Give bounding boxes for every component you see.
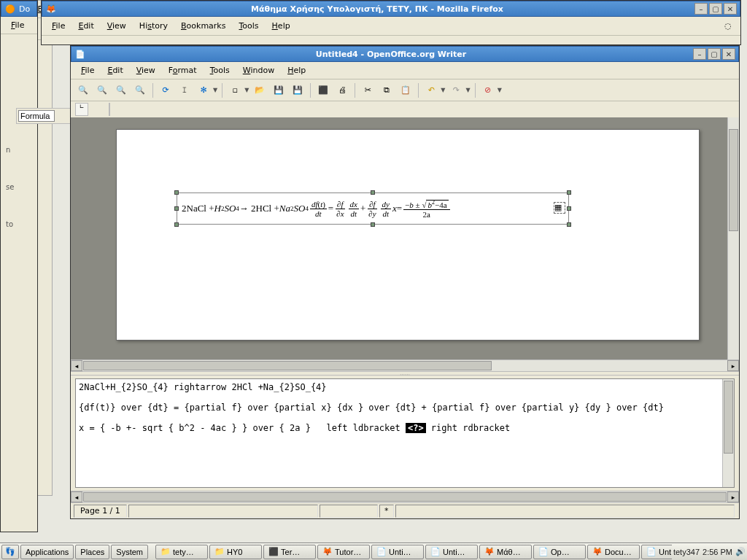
- menu-view[interactable]: View: [131, 63, 161, 77]
- status-page: Page 1 / 1: [74, 505, 127, 518]
- zoom-100-icon[interactable]: 🔍: [113, 82, 129, 98]
- formula-source-editor[interactable]: 2NaCl+H_{2}SO_{4} rightarrow 2HCl +Na_{2…: [75, 378, 735, 488]
- task-button[interactable]: 🦊Docu…: [587, 545, 640, 559]
- applications-menu[interactable]: Applications: [20, 545, 74, 559]
- calc-titlebar[interactable]: 🟠 Do: [1, 1, 37, 17]
- refresh-icon[interactable]: ⟳: [158, 82, 174, 98]
- print-icon[interactable]: 🖨: [334, 82, 350, 98]
- new-icon[interactable]: ▫: [227, 82, 243, 98]
- writer-icon: 📄: [74, 48, 86, 60]
- task-button[interactable]: 📄Op…: [533, 545, 586, 559]
- gnome-panel: 👣 Applications Places System 📁tety…📁HY0⬛…: [0, 542, 747, 560]
- open-icon[interactable]: 📂: [252, 82, 268, 98]
- status-style: [128, 505, 318, 518]
- task-button[interactable]: 📁tety…: [155, 545, 208, 559]
- splitter[interactable]: ⋯⋯: [71, 371, 739, 376]
- menu-file[interactable]: File: [5, 18, 30, 32]
- system-menu[interactable]: System: [111, 545, 148, 559]
- minimize-button[interactable]: –: [694, 3, 708, 15]
- zoom-out-icon[interactable]: 🔍: [94, 82, 110, 98]
- foot-menu-icon[interactable]: 👣: [1, 545, 19, 559]
- cursor-icon[interactable]: 𝙸: [177, 82, 193, 98]
- writer-menubar: File Edit View Format Tools Window Help: [71, 62, 739, 79]
- task-icon: 📄: [646, 547, 657, 556]
- calc-menubar: File: [1, 17, 37, 34]
- places-menu[interactable]: Places: [75, 545, 109, 559]
- scroll-right-icon[interactable]: ▸: [727, 360, 739, 371]
- task-icon: 📁: [160, 547, 171, 556]
- page[interactable]: 2NaCl + H2SO4 → 2HCl + Na2SO4 df(t)dt = …: [116, 129, 700, 341]
- row-label: se: [6, 183, 14, 191]
- menu-format[interactable]: Format: [163, 63, 203, 77]
- firefox-icon: 🦊: [45, 3, 57, 15]
- user-label[interactable]: tety347: [673, 548, 700, 556]
- zoom-fit-icon[interactable]: 🔍: [132, 82, 148, 98]
- task-icon: 📄: [430, 547, 441, 556]
- task-icon: ⬛: [268, 547, 279, 556]
- undo-icon[interactable]: ↶: [423, 82, 439, 98]
- menu-file[interactable]: File: [46, 19, 71, 33]
- menu-edit[interactable]: Edit: [72, 19, 99, 33]
- close-button[interactable]: ✕: [724, 3, 737, 15]
- horizontal-scrollbar[interactable]: ◂ ▸: [71, 359, 739, 371]
- menu-window[interactable]: Window: [237, 63, 280, 77]
- calc-title: Do: [19, 4, 30, 14]
- task-button[interactable]: 📄Unti…: [371, 545, 424, 559]
- cut-icon[interactable]: ✂: [360, 82, 376, 98]
- task-button[interactable]: 📄Unti…: [641, 545, 672, 559]
- row-label: n: [6, 146, 14, 154]
- pdf-icon[interactable]: ⬛: [315, 82, 331, 98]
- volume-icon[interactable]: 🔊: [735, 547, 746, 556]
- ruler-horizontal[interactable]: 123456789101112131415161718: [109, 103, 110, 116]
- status-rest: [395, 505, 735, 518]
- symbols-icon[interactable]: ✻: [196, 82, 212, 98]
- firefox-titlebar[interactable]: 🦊 Μάθημα Χρήσης Υπολογιστή, ΤΕΤΥ, ΠΚ - M…: [42, 1, 740, 17]
- menu-help[interactable]: Help: [266, 19, 296, 33]
- paste-icon[interactable]: 📋: [398, 82, 414, 98]
- maximize-button[interactable]: ▢: [708, 48, 721, 60]
- task-icon: 🦊: [322, 547, 333, 556]
- task-icon: 📄: [538, 547, 549, 556]
- task-icon: 🦊: [484, 547, 495, 556]
- document-area[interactable]: 2NaCl + H2SO4 → 2HCl + Na2SO4 df(t)dt = …: [71, 117, 739, 359]
- maximize-button[interactable]: ▢: [709, 3, 722, 15]
- task-icon: 📄: [376, 547, 387, 556]
- menu-file[interactable]: File: [75, 63, 100, 77]
- status-zoom[interactable]: [320, 505, 378, 518]
- help-icon[interactable]: ⊘: [480, 82, 496, 98]
- save-icon[interactable]: 💾: [271, 82, 287, 98]
- redo-icon[interactable]: ↷: [448, 82, 464, 98]
- task-button[interactable]: 📄Unti…: [425, 545, 478, 559]
- menu-edit[interactable]: Edit: [101, 63, 128, 77]
- name-box-input[interactable]: [18, 110, 55, 122]
- writer-titlebar[interactable]: 📄 Untitled4 - OpenOffice.org Writer – ▢ …: [71, 46, 739, 62]
- app-icon: 🟠: [4, 3, 16, 15]
- menu-tools[interactable]: Tools: [233, 19, 264, 33]
- firefox-title: Μάθημα Χρήσης Υπολογιστή, ΤΕΤΥ, ΠΚ - Moz…: [60, 4, 694, 14]
- formula-rendered: 2NaCl + H2SO4 → 2HCl + Na2SO4 df(t)dt = …: [182, 199, 452, 219]
- copy-icon[interactable]: ⧉: [379, 82, 395, 98]
- editor-scrollbar[interactable]: [722, 379, 734, 487]
- firefox-menubar: File Edit View History Bookmarks Tools H…: [42, 17, 740, 36]
- close-button[interactable]: ✕: [722, 48, 735, 60]
- scroll-left-icon[interactable]: ◂: [71, 360, 82, 371]
- task-button[interactable]: ⬛Ter…: [263, 545, 316, 559]
- zoom-in-icon[interactable]: 🔍: [75, 82, 91, 98]
- task-button[interactable]: 📁HY0: [209, 545, 262, 559]
- menu-help[interactable]: Help: [282, 63, 311, 77]
- task-button[interactable]: 🦊Tutor…: [317, 545, 370, 559]
- formula-name-box[interactable]: [16, 108, 77, 124]
- formula-object[interactable]: 2NaCl + H2SO4 → 2HCl + Na2SO4 df(t)dt = …: [177, 192, 569, 225]
- menu-history[interactable]: History: [133, 19, 174, 33]
- menu-view[interactable]: View: [101, 19, 132, 33]
- menu-tools[interactable]: Tools: [204, 63, 236, 77]
- clock[interactable]: 2:56 PM: [703, 548, 732, 556]
- task-button[interactable]: 🦊Μάθ…: [479, 545, 532, 559]
- statusbar: Page 1 / 1 *: [71, 502, 739, 518]
- editor-hscroll[interactable]: ◂▸: [71, 491, 739, 502]
- saveas-icon[interactable]: 💾: [290, 82, 306, 98]
- menu-bookmarks[interactable]: Bookmarks: [175, 19, 231, 33]
- vertical-scrollbar[interactable]: [727, 117, 739, 359]
- minimize-button[interactable]: –: [693, 48, 706, 60]
- throbber-icon: ◌: [720, 18, 736, 34]
